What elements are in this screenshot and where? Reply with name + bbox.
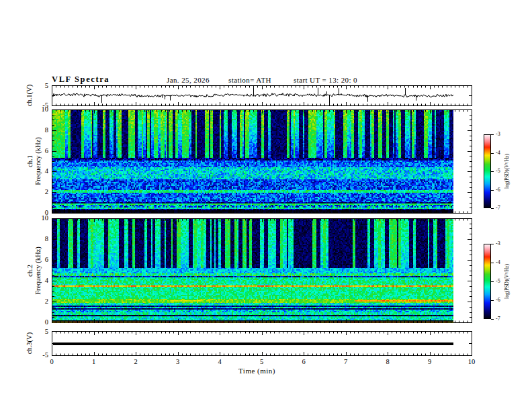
ch1-waveform-panel bbox=[52, 85, 472, 106]
colorbar-tick-label: -3 bbox=[496, 241, 508, 246]
x-tick-label: 8 bbox=[381, 359, 394, 365]
colorbar-tick-label: -7 bbox=[496, 316, 508, 322]
colorbar-tick-label: -7 bbox=[496, 205, 508, 211]
ch2-spectrogram-panel bbox=[52, 218, 472, 323]
x-tick-label: 6 bbox=[297, 359, 310, 365]
ch1-spectrogram-panel bbox=[52, 109, 472, 214]
ch1-spec-axis-title: Frequency (kHz) bbox=[34, 137, 42, 185]
colorbar-ch2 bbox=[484, 244, 491, 319]
ch2-spec-axis-title: Frequency (kHz) bbox=[34, 246, 42, 294]
figure-title: VLF Spectra bbox=[52, 75, 109, 85]
x-tick-label: 1 bbox=[87, 359, 101, 365]
y-tick-label: 8 bbox=[34, 127, 48, 134]
y-tick-label: 4 bbox=[34, 168, 48, 175]
vlf-spectra-figure: VLF Spectra Jan. 25, 2026 station= ATH s… bbox=[0, 0, 532, 411]
y-tick-label: -5 bbox=[34, 352, 48, 359]
y-tick-label: 2 bbox=[34, 189, 48, 195]
colorbar-tick-label: -4 bbox=[496, 150, 508, 156]
x-tick-label: 2 bbox=[129, 359, 142, 365]
y-tick-label: -5 bbox=[34, 102, 48, 109]
ch1-wave-axis-title: ch.1(V) bbox=[26, 85, 33, 106]
x-tick-label: 0 bbox=[45, 359, 58, 365]
colorbar-tick-label: -3 bbox=[496, 132, 508, 137]
colorbar-tick-label: -5 bbox=[496, 279, 508, 284]
colorbar-tick bbox=[491, 300, 494, 301]
x-tick-label: 10 bbox=[465, 359, 478, 365]
start-ut-label: start UT = 13: 20: 0 bbox=[294, 76, 357, 84]
y-tick-label: 2 bbox=[34, 298, 48, 305]
date-label: Jan. 25, 2026 bbox=[167, 76, 210, 84]
y-tick-label: 8 bbox=[34, 236, 48, 242]
colorbar-tick bbox=[491, 153, 494, 154]
colorbar-ch1 bbox=[484, 134, 491, 208]
x-tick-label: 4 bbox=[213, 359, 226, 365]
colorbar-tick bbox=[491, 281, 494, 282]
ch1-spec-channel-title: ch.1 bbox=[26, 155, 34, 167]
colorbar-tick bbox=[491, 208, 494, 209]
colorbar-tick bbox=[491, 244, 494, 244]
colorbar-tick-label: -6 bbox=[496, 298, 508, 303]
x-tick-label: 3 bbox=[171, 359, 185, 365]
y-tick-label: 5 bbox=[34, 83, 48, 89]
x-tick-label: 5 bbox=[255, 359, 269, 365]
colorbar-tick-label: -6 bbox=[496, 187, 508, 193]
y-tick-label: 6 bbox=[34, 257, 48, 263]
colorbar-tick bbox=[491, 319, 494, 320]
colorbar-tick-label: -4 bbox=[496, 260, 508, 265]
y-tick-label: 10 bbox=[34, 215, 48, 222]
y-tick-label: 4 bbox=[34, 277, 48, 284]
x-axis-title: Time (min) bbox=[238, 367, 275, 375]
colorbar-tick bbox=[491, 263, 494, 263]
colorbar-tick bbox=[491, 171, 494, 172]
ch3-waveform-panel bbox=[52, 331, 472, 356]
x-tick-label: 7 bbox=[339, 359, 353, 365]
ch3-wave-axis-title: ch.3(V) bbox=[26, 332, 33, 354]
colorbar-tick bbox=[491, 190, 494, 191]
colorbar-tick-label: -5 bbox=[496, 169, 508, 174]
colorbar-tick bbox=[491, 134, 494, 135]
y-tick-label: 5 bbox=[34, 328, 48, 335]
ch2-spec-channel-title: ch.2 bbox=[26, 265, 34, 277]
y-tick-label: 0 bbox=[34, 319, 48, 326]
station-label: station= ATH bbox=[228, 76, 271, 84]
y-tick-label: 6 bbox=[34, 148, 48, 154]
x-tick-label: 9 bbox=[423, 359, 437, 365]
